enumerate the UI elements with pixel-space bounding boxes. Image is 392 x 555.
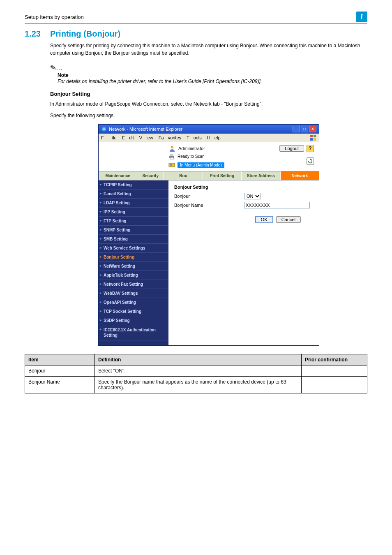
- sidebar-item-smb[interactable]: SMB Setting: [99, 235, 168, 244]
- sidebar-item-email[interactable]: E-mail Setting: [99, 190, 168, 199]
- sub-paragraph-1: In Administrator mode of PageScope Web C…: [50, 100, 367, 108]
- help-button[interactable]: ?: [307, 145, 314, 152]
- sidebar-item-openapi[interactable]: OpenAPI Setting: [99, 298, 168, 307]
- browser-window: Network - Microsoft Internet Explorer _ …: [98, 124, 319, 346]
- note-text: For details on installing the printer dr…: [58, 78, 367, 85]
- sidebar-item-tcpip[interactable]: TCP/IP Setting: [99, 180, 168, 190]
- sidebar-item-appletalk[interactable]: AppleTalk Setting: [99, 271, 168, 280]
- maximize-button[interactable]: □: [301, 126, 308, 132]
- sidebar-item-networkfax[interactable]: Network Fax Setting: [99, 280, 168, 289]
- sidebar-item-webservice[interactable]: Web Service Settings: [99, 244, 168, 253]
- table-row: Bonjour Select "ON".: [25, 365, 367, 376]
- chapter-badge: 1: [356, 12, 367, 22]
- th-definition: Definition: [95, 354, 302, 365]
- tab-box[interactable]: Box: [164, 171, 203, 180]
- cell-definition: Select "ON".: [95, 365, 302, 376]
- note-icon: ✎: [49, 63, 57, 73]
- menubar: File Edit View Favorites Tools Help: [99, 134, 319, 142]
- cell-item: Bonjour: [25, 365, 95, 376]
- status-ready: Ready to Scan: [178, 154, 205, 159]
- note-label: Note: [58, 72, 367, 78]
- bonjour-name-label: Bonjour Name: [174, 203, 244, 208]
- printer-icon: [168, 154, 175, 160]
- sub-paragraph-2: Specify the following settings.: [50, 112, 367, 119]
- tab-security[interactable]: Security: [137, 171, 164, 180]
- svg-rect-3: [310, 138, 313, 141]
- sidebar-item-tcpsocket[interactable]: TCP Socket Setting: [99, 307, 168, 316]
- note-block: ✎... Note For details on installing the …: [50, 63, 367, 85]
- section-heading: Printing (Bonjour): [50, 29, 120, 38]
- note-dots: ...: [56, 66, 63, 72]
- sidebar-item-ssdp[interactable]: SSDP Setting: [99, 316, 168, 325]
- sidebar-item-ftp[interactable]: FTP Setting: [99, 217, 168, 226]
- settings-panel: Bonjour Setting Bonjour ON Bonjour Name: [168, 180, 319, 345]
- sidebar-item-ieee8021x[interactable]: IEEE802.1X Authentication Setting: [99, 325, 168, 340]
- running-header: Setup items by operation 1: [25, 12, 367, 23]
- sub-heading: Bonjour Setting: [50, 91, 367, 97]
- minimize-button[interactable]: _: [293, 126, 300, 132]
- bonjour-label: Bonjour: [174, 194, 244, 199]
- svg-rect-8: [170, 157, 173, 159]
- cell-item: Bonjour Name: [25, 376, 95, 393]
- titlebar: Network - Microsoft Internet Explorer _ …: [99, 125, 319, 134]
- svg-rect-2: [314, 135, 316, 137]
- menu-edit[interactable]: Edit: [122, 135, 134, 140]
- th-item: Item: [25, 354, 95, 365]
- sidebar-item-bonjour[interactable]: Bonjour Setting: [99, 253, 168, 262]
- close-button[interactable]: ×: [309, 126, 316, 132]
- panel-title: Bonjour Setting: [174, 185, 313, 190]
- sidebar: TCP/IP Setting E-mail Setting LDAP Setti…: [99, 180, 168, 345]
- svg-rect-7: [170, 154, 173, 156]
- admin-label: Administrator: [178, 146, 205, 151]
- windows-flag-icon: [310, 134, 316, 141]
- tab-maintenance[interactable]: Maintenance: [99, 171, 137, 180]
- window-title: Network - Microsoft Internet Explorer: [109, 127, 182, 132]
- menu-tools[interactable]: Tools: [187, 135, 202, 140]
- cell-prior: [302, 376, 367, 393]
- admin-icon: [168, 145, 176, 152]
- sidebar-item-webdav[interactable]: WebDAV Settings: [99, 289, 168, 298]
- sidebar-item-ldap[interactable]: LDAP Setting: [99, 199, 168, 208]
- bonjour-select[interactable]: ON: [244, 193, 261, 199]
- sidebar-item-netware[interactable]: NetWare Setting: [99, 262, 168, 271]
- header-left: Setup items by operation: [25, 14, 84, 20]
- cancel-button[interactable]: Cancel: [276, 216, 301, 223]
- svg-point-5: [171, 146, 173, 148]
- menu-help[interactable]: Help: [207, 135, 221, 140]
- tab-network[interactable]: Network: [281, 171, 319, 180]
- intro-paragraph: Specify settings for printing by connect…: [50, 42, 367, 57]
- sidebar-item-ipp[interactable]: IPP Setting: [99, 208, 168, 217]
- table-row: Bonjour Name Specify the Bonjour name th…: [25, 376, 367, 393]
- svg-rect-4: [314, 138, 316, 141]
- sidebar-item-snmp[interactable]: SNMP Setting: [99, 226, 168, 235]
- section-title: 1.23Printing (Bonjour): [25, 29, 367, 39]
- menu-favorites[interactable]: Favorites: [159, 135, 181, 140]
- tab-print-setting[interactable]: Print Setting: [203, 171, 242, 180]
- bonjour-name-input[interactable]: [244, 202, 310, 208]
- svg-rect-1: [310, 135, 313, 137]
- ie-icon: [101, 126, 107, 132]
- window-controls: _ □ ×: [293, 126, 316, 132]
- section-number: 1.23: [25, 29, 50, 39]
- tabstrip: Maintenance Security Box Print Setting S…: [99, 171, 319, 180]
- th-prior: Prior confirmation: [302, 354, 367, 365]
- cell-definition: Specify the Bonjour name that appears as…: [95, 376, 302, 393]
- refresh-button[interactable]: [307, 157, 314, 165]
- menu-view[interactable]: View: [139, 135, 153, 140]
- panel-icon: [168, 162, 175, 169]
- cell-prior: [302, 365, 367, 376]
- menu-file[interactable]: File: [101, 135, 117, 140]
- tab-store-address[interactable]: Store Address: [242, 171, 280, 180]
- svg-rect-10: [170, 164, 172, 166]
- status-menu-chip: In Menu (Admin Mode): [178, 162, 224, 168]
- ok-button[interactable]: OK: [255, 216, 273, 223]
- definition-table: Item Definition Prior confirmation Bonjo…: [25, 354, 367, 393]
- logout-button[interactable]: Logout: [279, 145, 304, 152]
